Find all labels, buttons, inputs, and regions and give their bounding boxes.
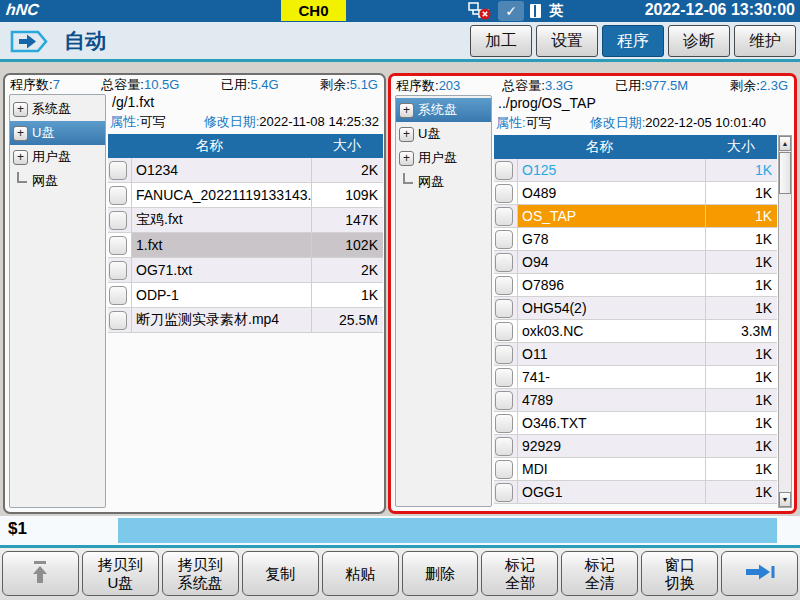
tree-item-user-disk[interactable]: + 用户盘 bbox=[10, 145, 105, 169]
modified-date: 2022-12-05 10:01:40 bbox=[645, 115, 766, 130]
G78[interactable]: G78 1K bbox=[494, 228, 777, 251]
expand-icon[interactable]: + bbox=[399, 127, 414, 142]
next-page-icon bbox=[743, 562, 777, 585]
status-ok-icon: ✓ bbox=[498, 1, 524, 21]
total-capacity: 3.3G bbox=[545, 78, 573, 93]
tree-item-system-disk[interactable]: + 系统盘 bbox=[396, 98, 491, 122]
panel-stats: 程序数:7 总容量:10.5G 已用:5.4G 剩余:5.1G bbox=[5, 75, 384, 93]
language-indicator: 英 bbox=[549, 2, 563, 20]
O125[interactable]: O125 1K bbox=[494, 159, 777, 182]
network-disconnected-icon bbox=[468, 2, 492, 20]
OHG54(2)[interactable]: OHG54(2) 1K bbox=[494, 297, 777, 320]
mark-checkbox[interactable] bbox=[495, 230, 513, 249]
mark-checkbox[interactable] bbox=[495, 414, 513, 433]
scrollbar-thumb[interactable] bbox=[779, 152, 791, 194]
command-row: $1 bbox=[0, 516, 800, 545]
mark-checkbox[interactable] bbox=[495, 391, 513, 410]
mark-checkbox[interactable] bbox=[495, 276, 513, 295]
divider-top bbox=[0, 59, 800, 62]
宝鸡.fxt[interactable]: 宝鸡.fxt 147K bbox=[108, 208, 383, 233]
1.fxt[interactable]: 1.fxt 102K bbox=[108, 233, 383, 258]
modified-date: 2022-11-08 14:25:32 bbox=[259, 114, 379, 129]
datetime: 2022-12-06 13:30:00 bbox=[645, 1, 795, 19]
panel-stats: 程序数:203 总容量:3.3G 已用:977.5M 剩余:2.3G bbox=[391, 76, 794, 94]
mark-checkbox[interactable] bbox=[495, 253, 513, 272]
mark-checkbox[interactable] bbox=[495, 207, 513, 226]
mark-checkbox[interactable] bbox=[109, 186, 127, 205]
tab-diagnosis[interactable]: 诊断 bbox=[668, 25, 730, 57]
tab-machining[interactable]: 加工 bbox=[470, 25, 532, 57]
O7896[interactable]: O7896 1K bbox=[494, 274, 777, 297]
total-capacity: 10.5G bbox=[144, 77, 179, 92]
FANUCA_20221119133143.C...[interactable]: FANUCA_20221119133143.C... 109K bbox=[108, 183, 383, 208]
free-capacity: 2.3G bbox=[760, 78, 788, 93]
hnc-logo: hNC bbox=[5, 1, 40, 19]
expand-icon[interactable]: + bbox=[13, 102, 28, 117]
tab-maintenance[interactable]: 维护 bbox=[734, 25, 796, 57]
mark-checkbox[interactable] bbox=[495, 437, 513, 456]
copy-to-system-button[interactable]: 拷贝到 系统盘 bbox=[162, 551, 239, 596]
scrollbar[interactable]: ▲ ▼ bbox=[778, 135, 792, 508]
switch-window-button[interactable]: 窗口 切换 bbox=[641, 551, 718, 596]
OG71.txt[interactable]: OG71.txt 2K bbox=[108, 258, 383, 283]
tab-settings[interactable]: 设置 bbox=[536, 25, 598, 57]
tree-item-usb-disk[interactable]: + U盘 bbox=[396, 122, 491, 146]
mark-checkbox[interactable] bbox=[109, 311, 127, 330]
table-header: 名称 大小 bbox=[494, 135, 777, 159]
expand-icon[interactable]: + bbox=[13, 126, 28, 141]
mark-checkbox[interactable] bbox=[495, 299, 513, 318]
file-table: O125 1K O489 1K OS_TAP 1K bbox=[494, 159, 777, 504]
mark-checkbox[interactable] bbox=[495, 368, 513, 387]
tree-item-net-disk[interactable]: + 网盘 bbox=[10, 169, 105, 193]
mark-checkbox[interactable] bbox=[109, 161, 127, 180]
O1234[interactable]: O1234 2K bbox=[108, 158, 383, 183]
O94[interactable]: O94 1K bbox=[494, 251, 777, 274]
oxk03.NC[interactable]: oxk03.NC 3.3M bbox=[494, 320, 777, 343]
file-panel-left: 程序数:7 总容量:10.5G 已用:5.4G 剩余:5.1G + 系统盘 + … bbox=[3, 73, 386, 514]
file-list-area: /g/1.fxt 属性:可写修改日期:2022-11-08 14:25:32 名… bbox=[108, 94, 383, 511]
clear-marks-button[interactable]: 标记 全清 bbox=[561, 551, 638, 596]
mode-label: 自动 bbox=[64, 27, 106, 55]
mark-checkbox[interactable] bbox=[109, 236, 127, 255]
expand-icon[interactable]: + bbox=[399, 151, 414, 166]
4789[interactable]: 4789 1K bbox=[494, 389, 777, 412]
mark-checkbox[interactable] bbox=[109, 211, 127, 230]
OGG1[interactable]: OGG1 1K bbox=[494, 481, 777, 504]
MDI[interactable]: MDI 1K bbox=[494, 458, 777, 481]
tree-item-usb-disk[interactable]: + U盘 bbox=[10, 121, 105, 145]
expand-icon[interactable]: + bbox=[13, 150, 28, 165]
mark-checkbox[interactable] bbox=[495, 322, 513, 341]
copy-to-usb-button[interactable]: 拷贝到 U盘 bbox=[82, 551, 159, 596]
OS_TAP[interactable]: OS_TAP 1K bbox=[494, 205, 777, 228]
mode-bar: 自动 加工 设置 程序 诊断 维护 bbox=[0, 22, 800, 59]
O11[interactable]: O11 1K bbox=[494, 343, 777, 366]
disk-tree: + 系统盘 + U盘 + 用户盘 + bbox=[395, 95, 492, 507]
paste-button[interactable]: 粘贴 bbox=[322, 551, 399, 596]
741-[interactable]: 741- 1K bbox=[494, 366, 777, 389]
copy-button[interactable]: 复制 bbox=[242, 551, 319, 596]
delete-button[interactable]: 删除 bbox=[402, 551, 479, 596]
92929[interactable]: 92929 1K bbox=[494, 435, 777, 458]
断刀监测实录素材.mp4[interactable]: 断刀监测实录素材.mp4 25.5M bbox=[108, 308, 383, 333]
scroll-down-icon[interactable]: ▼ bbox=[779, 492, 791, 507]
tab-program[interactable]: 程序 bbox=[602, 25, 664, 57]
mark-checkbox[interactable] bbox=[495, 460, 513, 479]
tree-item-net-disk[interactable]: + 网盘 bbox=[396, 170, 491, 194]
mark-checkbox[interactable] bbox=[495, 345, 513, 364]
mark-checkbox[interactable] bbox=[495, 184, 513, 203]
mark-checkbox[interactable] bbox=[495, 161, 513, 180]
command-input[interactable] bbox=[118, 518, 777, 543]
mark-checkbox[interactable] bbox=[109, 286, 127, 305]
O489[interactable]: O489 1K bbox=[494, 182, 777, 205]
tree-item-user-disk[interactable]: + 用户盘 bbox=[396, 146, 491, 170]
O346.TXT[interactable]: O346.TXT 1K bbox=[494, 412, 777, 435]
mark-all-button[interactable]: 标记 全部 bbox=[481, 551, 558, 596]
mark-checkbox[interactable] bbox=[109, 261, 127, 280]
expand-icon[interactable]: + bbox=[399, 103, 414, 118]
mark-checkbox[interactable] bbox=[495, 483, 513, 502]
tree-item-system-disk[interactable]: + 系统盘 bbox=[10, 97, 105, 121]
scroll-up-icon[interactable]: ▲ bbox=[779, 136, 791, 151]
top-button[interactable] bbox=[2, 551, 79, 596]
next-button[interactable] bbox=[721, 551, 798, 596]
ODP-1[interactable]: ODP-1 1K bbox=[108, 283, 383, 308]
